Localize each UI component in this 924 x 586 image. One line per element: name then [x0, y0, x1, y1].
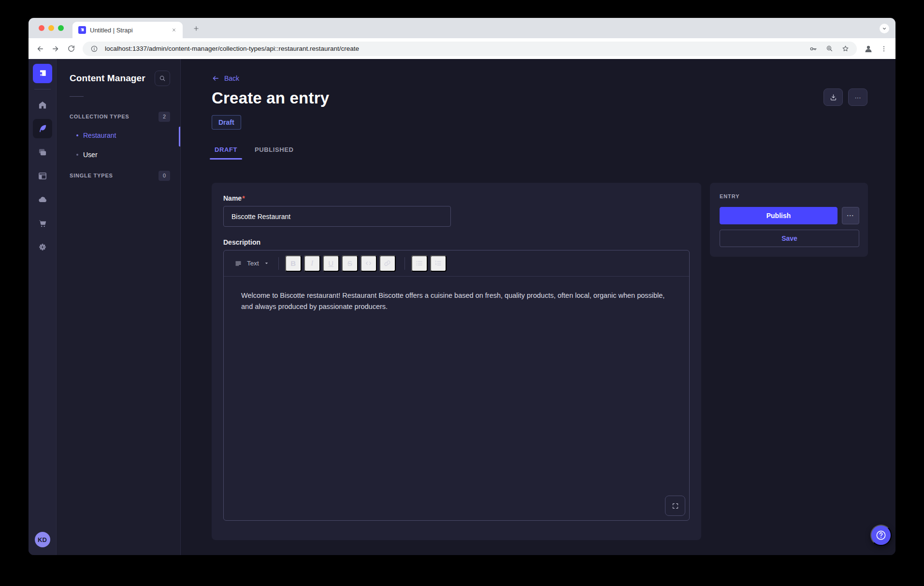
toolbar-divider: [278, 257, 279, 270]
editor-text[interactable]: Welcome to Biscotte restaurant! Restaura…: [241, 292, 664, 310]
search-button[interactable]: [155, 71, 170, 86]
password-key-icon[interactable]: [808, 44, 819, 54]
page-title: Create an entry: [212, 89, 868, 107]
browser-tab[interactable]: Untitled | Strapi: [72, 22, 183, 38]
single-types-count-badge: 0: [159, 171, 170, 181]
strapi-favicon-icon: [78, 26, 86, 34]
numbered-list-button[interactable]: [430, 255, 447, 272]
content-manager-subnav: Content Manager COLLECTION TYPES 2 Resta…: [57, 59, 181, 555]
block-type-select[interactable]: Text: [231, 255, 272, 272]
save-button[interactable]: Save: [720, 230, 859, 247]
back-label[interactable]: Back: [224, 74, 239, 82]
tab-published[interactable]: PUBLISHED: [252, 141, 297, 160]
entry-panel: ENTRY Publish ··· Save: [710, 183, 868, 257]
help-button[interactable]: [870, 525, 892, 546]
browser-tabstrip: Untitled | Strapi: [29, 18, 895, 38]
bookmark-star-icon[interactable]: [840, 44, 851, 54]
block-type-value: Text: [247, 260, 259, 267]
version-tabs: DRAFT PUBLISHED: [212, 141, 868, 160]
required-asterisk: *: [242, 194, 245, 202]
arrow-left-icon: [212, 74, 219, 82]
tab-close-icon[interactable]: [170, 26, 178, 34]
nav-marketplace-icon[interactable]: [33, 214, 52, 233]
sidebar-item-label: Restaurant: [83, 132, 116, 139]
close-window-button[interactable]: [39, 25, 44, 31]
main-nav-rail: KD: [29, 59, 57, 555]
entry-more-button[interactable]: ···: [842, 207, 859, 224]
description-field-label: Description: [223, 238, 690, 246]
forward-nav-icon[interactable]: [49, 42, 62, 56]
nav-media-library-icon[interactable]: [33, 143, 52, 162]
window-controls: [39, 25, 64, 31]
bullet-list-button[interactable]: [411, 255, 428, 272]
nav-settings-icon[interactable]: [33, 237, 52, 257]
back-nav-icon[interactable]: [33, 42, 47, 56]
italic-button[interactable]: I: [304, 255, 320, 272]
collection-types-header: COLLECTION TYPES 2: [70, 111, 170, 122]
sidebar-item-user[interactable]: User: [70, 145, 170, 164]
strikethrough-button[interactable]: S: [342, 255, 358, 272]
collection-types-count-badge: 2: [159, 112, 170, 122]
underline-button[interactable]: U: [323, 255, 339, 272]
strapi-logo[interactable]: [33, 64, 52, 83]
name-input[interactable]: [223, 206, 451, 227]
toolbar-divider: [404, 257, 405, 270]
question-mark-icon: [875, 529, 887, 542]
rich-text-editor: Text B I U S: [223, 250, 690, 521]
chevron-down-icon: [264, 261, 269, 266]
export-entry-button[interactable]: [823, 88, 843, 106]
tab-title: Untitled | Strapi: [90, 27, 166, 34]
single-types-header: SINGLE TYPES 0: [70, 170, 170, 181]
back-link[interactable]: Back: [212, 73, 868, 83]
entry-form-card: Name* Description Text B: [212, 183, 701, 540]
strapi-app: KD Content Manager COLLECTION TYPES 2 Re…: [29, 59, 895, 555]
editor-toolbar: Text B I U S: [224, 250, 689, 277]
browser-profile-icon[interactable]: [862, 42, 875, 56]
reload-icon[interactable]: [64, 42, 78, 56]
browser-window: Untitled | Strapi localhost:1337/admin/c…: [29, 18, 895, 555]
collection-types-label: COLLECTION TYPES: [70, 114, 129, 119]
url-bar[interactable]: localhost:1337/admin/content-manager/col…: [83, 42, 857, 56]
zoom-icon[interactable]: [824, 44, 835, 54]
subnav-title: Content Manager: [70, 73, 145, 84]
nav-home-icon[interactable]: [33, 95, 52, 115]
nav-cloud-icon[interactable]: [33, 190, 52, 209]
minimize-window-button[interactable]: [48, 25, 54, 31]
active-item-indicator: [179, 127, 180, 146]
name-field-label: Name*: [223, 194, 690, 202]
browser-toolbar: localhost:1337/admin/content-manager/col…: [29, 38, 895, 59]
site-info-icon[interactable]: [89, 44, 100, 54]
bullet-icon: [76, 134, 78, 136]
editor-content[interactable]: Welcome to Biscotte restaurant! Restaura…: [224, 277, 689, 520]
nav-content-type-builder-icon[interactable]: [33, 166, 52, 186]
more-actions-button[interactable]: ···: [848, 88, 867, 106]
sidebar-item-label: User: [83, 151, 98, 159]
nav-divider: [34, 89, 51, 89]
bullet-icon: [76, 154, 78, 156]
single-types-label: SINGLE TYPES: [70, 173, 113, 178]
user-avatar[interactable]: KD: [35, 532, 50, 547]
tab-draft[interactable]: DRAFT: [212, 141, 240, 160]
status-badge: Draft: [212, 115, 241, 130]
link-button[interactable]: [379, 255, 396, 272]
browser-menu-icon[interactable]: [877, 42, 891, 56]
new-tab-button[interactable]: [191, 23, 202, 34]
expand-editor-button[interactable]: [665, 496, 685, 516]
url-text[interactable]: localhost:1337/admin/content-manager/col…: [105, 45, 803, 52]
tab-search-chevron-icon[interactable]: [880, 24, 889, 33]
bold-button[interactable]: B: [285, 255, 302, 272]
nav-content-manager-icon[interactable]: [33, 119, 52, 138]
entry-panel-title: ENTRY: [720, 193, 859, 199]
sidebar-item-restaurant[interactable]: Restaurant: [70, 126, 170, 145]
main-content: ··· Back Create an entry Draft DRAFT PUB…: [181, 59, 895, 555]
code-button[interactable]: [361, 255, 377, 272]
paragraph-icon: [234, 260, 242, 267]
publish-button[interactable]: Publish: [720, 207, 837, 224]
fullscreen-window-button[interactable]: [58, 25, 64, 31]
subnav-divider: [70, 96, 84, 97]
